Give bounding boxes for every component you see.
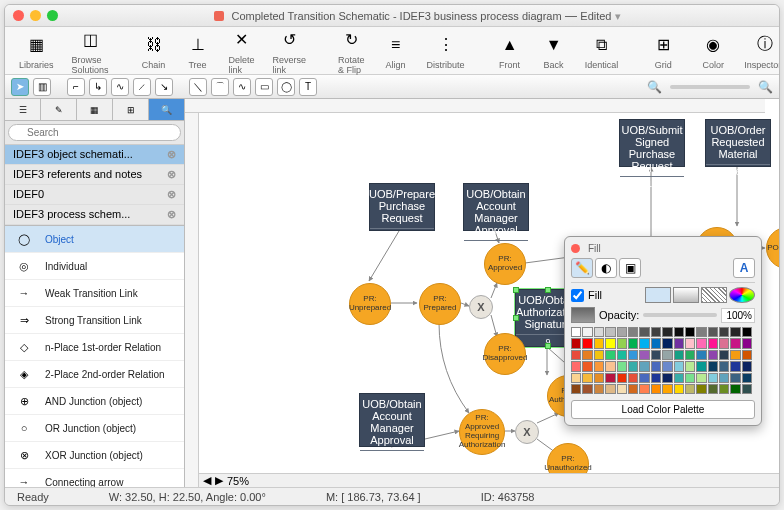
search-input[interactable] <box>8 124 181 141</box>
sb-view4[interactable]: ⊞ <box>113 99 149 120</box>
page-prev[interactable]: ◀ <box>203 474 211 487</box>
panel-close-icon[interactable] <box>571 244 580 253</box>
color-swatch[interactable] <box>651 373 661 383</box>
color-swatch[interactable] <box>730 361 740 371</box>
color-swatch[interactable] <box>685 384 695 394</box>
color-swatch[interactable] <box>605 350 615 360</box>
color-swatch[interactable] <box>571 361 581 371</box>
lib-close-icon[interactable]: ⊗ <box>167 188 176 201</box>
color-swatch[interactable] <box>582 338 592 348</box>
color-swatch[interactable] <box>685 361 695 371</box>
rect-tool[interactable]: ▭ <box>255 78 273 96</box>
color-swatch[interactable] <box>685 350 695 360</box>
pr-circle[interactable]: PR: Prepared <box>419 283 461 325</box>
color-swatch[interactable] <box>696 384 706 394</box>
color-swatch[interactable] <box>662 350 672 360</box>
color-swatch[interactable] <box>719 373 729 383</box>
color-swatch[interactable] <box>639 361 649 371</box>
maximize-icon[interactable] <box>47 10 58 21</box>
color-swatch[interactable] <box>605 327 615 337</box>
color-swatch[interactable] <box>594 384 604 394</box>
align-button[interactable]: ≡Align <box>377 30 415 72</box>
color-swatch[interactable] <box>605 338 615 348</box>
rotate-button[interactable]: ↻Rotate & Flip <box>332 25 371 77</box>
color-swatch[interactable] <box>674 350 684 360</box>
conn3-tool[interactable]: ∿ <box>111 78 129 96</box>
shape-row[interactable]: ◎Individual <box>5 253 184 280</box>
color-swatch[interactable] <box>639 327 649 337</box>
color-swatch[interactable] <box>708 373 718 383</box>
lib-close-icon[interactable]: ⊗ <box>167 148 176 161</box>
color-swatch[interactable] <box>708 384 718 394</box>
color-swatch[interactable] <box>674 327 684 337</box>
color-swatch[interactable] <box>571 384 581 394</box>
chain-button[interactable]: ⛓Chain <box>135 30 173 72</box>
lib-row[interactable]: IDEF3 referents and notes⊗ <box>5 165 184 185</box>
fill-hatch[interactable] <box>701 287 727 303</box>
libraries-button[interactable]: ▦Libraries <box>13 30 60 72</box>
lib-row[interactable]: IDEF3 object schemati...⊗ <box>5 145 184 165</box>
shape-row[interactable]: ○OR Junction (object) <box>5 415 184 442</box>
color-swatch[interactable] <box>594 338 604 348</box>
color-swatch[interactable] <box>674 384 684 394</box>
fill-swatch[interactable] <box>571 307 595 323</box>
color-swatch[interactable] <box>696 338 706 348</box>
zoom-out-icon[interactable]: 🔍 <box>647 80 662 94</box>
color-swatch[interactable] <box>742 350 752 360</box>
delete-button[interactable]: ✕Delete link <box>223 25 261 77</box>
lib-row[interactable]: IDEF0⊗ <box>5 185 184 205</box>
color-swatch[interactable] <box>617 350 627 360</box>
color-swatch[interactable] <box>639 338 649 348</box>
color-swatch[interactable] <box>582 327 592 337</box>
sb-view2[interactable]: ✎ <box>41 99 77 120</box>
conn1-tool[interactable]: ⌐ <box>67 78 85 96</box>
color-swatch[interactable] <box>719 384 729 394</box>
color-swatch[interactable] <box>617 338 627 348</box>
color-swatch[interactable] <box>628 327 638 337</box>
color-swatch[interactable] <box>582 350 592 360</box>
color-swatch[interactable] <box>628 350 638 360</box>
color-swatch[interactable] <box>708 361 718 371</box>
lib-close-icon[interactable]: ⊗ <box>167 168 176 181</box>
tree-button[interactable]: ⊥Tree <box>179 30 217 72</box>
color-swatch[interactable] <box>742 384 752 394</box>
color-swatch[interactable] <box>708 327 718 337</box>
color-swatch[interactable] <box>742 361 752 371</box>
arc-tool[interactable]: ⌒ <box>211 78 229 96</box>
sb-search[interactable]: 🔍 <box>149 99 184 120</box>
line-tool[interactable]: ＼ <box>189 78 207 96</box>
fill-tab-text[interactable]: A <box>733 258 755 278</box>
color-swatch[interactable] <box>708 350 718 360</box>
color-swatch[interactable] <box>639 373 649 383</box>
color-swatch[interactable] <box>662 373 672 383</box>
fill-tab-shadow[interactable]: ◐ <box>595 258 617 278</box>
color-swatch[interactable] <box>685 338 695 348</box>
color-swatch[interactable] <box>628 373 638 383</box>
color-swatch[interactable] <box>696 350 706 360</box>
color-swatch[interactable] <box>639 350 649 360</box>
color-swatch[interactable] <box>594 327 604 337</box>
color-swatch[interactable] <box>696 361 706 371</box>
pr-circle[interactable]: PR: Approved Requiring Authorization <box>459 409 505 455</box>
color-swatch[interactable] <box>651 338 661 348</box>
color-swatch[interactable] <box>719 338 729 348</box>
color-swatch[interactable] <box>696 373 706 383</box>
pr-circle[interactable]: PR: Disapproved <box>484 333 526 375</box>
browse-button[interactable]: ◫Browse Solutions <box>66 25 115 77</box>
color-swatch[interactable] <box>708 338 718 348</box>
color-swatch[interactable] <box>628 384 638 394</box>
color-swatch[interactable] <box>617 384 627 394</box>
close-icon[interactable] <box>13 10 24 21</box>
color-swatch[interactable] <box>674 338 684 348</box>
conn4-tool[interactable]: ⟋ <box>133 78 151 96</box>
color-swatch[interactable] <box>651 384 661 394</box>
color-swatch[interactable] <box>730 338 740 348</box>
color-swatch[interactable] <box>582 384 592 394</box>
color-swatch[interactable] <box>617 373 627 383</box>
shape-row[interactable]: →Connecting arrow <box>5 469 184 487</box>
conn5-tool[interactable]: ↘ <box>155 78 173 96</box>
color-swatch[interactable] <box>571 327 581 337</box>
pr-circle[interactable]: PR: Unprepared <box>349 283 391 325</box>
conn2-tool[interactable]: ↳ <box>89 78 107 96</box>
lib-row[interactable]: IDEF3 process schem...⊗ <box>5 205 184 225</box>
